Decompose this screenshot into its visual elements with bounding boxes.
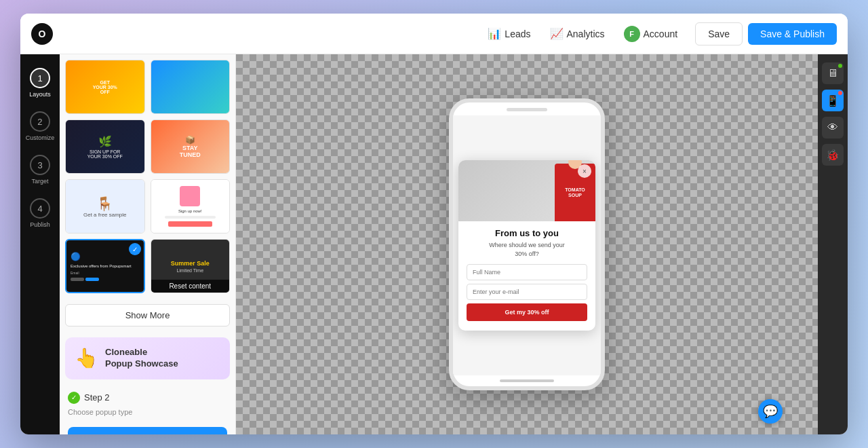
desktop-icon: 🖥 (827, 67, 838, 79)
phone-speaker (507, 108, 547, 111)
chat-bubble[interactable]: 💬 (758, 399, 783, 424)
cloneable-text: CloneablePopup Showcase (105, 347, 178, 370)
step-1-layouts[interactable]: 1 Layouts (29, 68, 51, 98)
nav-analytics[interactable]: 📈 Analytics (543, 23, 612, 44)
analytics-icon: 📈 (550, 27, 564, 40)
account-label: Account (644, 29, 678, 39)
step-2-circle: 2 (30, 111, 50, 132)
next-to-customize-button[interactable]: Next to Customize (68, 427, 227, 434)
popup-image: TOMATO SOUP (458, 160, 595, 221)
step-3-label: Target (31, 178, 48, 185)
template-card-chair[interactable]: 🪑 Get a free sample (65, 179, 145, 234)
step-2-customize[interactable]: 2 Customize (26, 111, 55, 141)
step-2-label: Customize (26, 134, 55, 141)
popup-card: × TOMATO SOUP (458, 160, 595, 330)
save-publish-button[interactable]: Save & Publish (748, 23, 837, 45)
main-content: 1 Layouts 2 Customize 3 Target 4 Publish (20, 54, 848, 434)
phone-mockup: × TOMATO SOUP (449, 98, 605, 390)
templates-panel: GETYOUR 30%OFF 🌿 SIGN UP FORYOUR 30% OFF (60, 54, 236, 434)
template-card-2[interactable] (151, 60, 231, 114)
template-card-summer[interactable]: Summer Sale Limited Time Reset content (151, 239, 231, 293)
popup-container: × TOMATO SOUP (453, 115, 601, 375)
step-3-circle: 3 (30, 155, 50, 175)
tomato-text: TOMATO SOUP (565, 187, 585, 199)
steps-sidebar: 1 Layouts 2 Customize 3 Target 4 Publish (20, 54, 60, 434)
app-window: O 📊 Leads 📈 Analytics F Account Save Sav… (20, 14, 848, 434)
step-check-icon: ✓ (68, 392, 80, 404)
step-subtitle: Choose popup type (60, 407, 235, 423)
selected-check: ✓ (129, 243, 141, 255)
template-card-exclusive[interactable]: 🔵 Exclusive offers from Popupsmart Email… (65, 239, 145, 293)
template-card-stay[interactable]: 📦 STAYTUNED (151, 119, 231, 174)
leads-label: Leads (505, 29, 530, 39)
nav-leads[interactable]: 📊 Leads (481, 23, 537, 44)
desktop-view-button[interactable]: 🖥 (822, 62, 844, 84)
preview-button[interactable]: 👁 (822, 117, 844, 138)
step-1-circle: 1 (30, 68, 50, 88)
save-button[interactable]: Save (695, 22, 743, 45)
step-3-target[interactable]: 3 Target (30, 155, 50, 185)
reset-overlay[interactable]: Reset content (151, 280, 230, 293)
popup-title: From us to you (467, 228, 587, 238)
nav-account[interactable]: F Account (617, 22, 685, 46)
step-4-circle: 4 (30, 198, 50, 219)
leads-icon: 📊 (488, 27, 501, 40)
cloneable-emoji: 👆 (75, 347, 98, 369)
popup-subtitle: Where should we send your 30% off? (467, 241, 587, 258)
mobile-active-indicator (838, 91, 842, 95)
template-card-signup[interactable]: Sign up now! (151, 179, 231, 234)
template-card-1[interactable]: GETYOUR 30%OFF (65, 60, 145, 114)
mobile-icon: 📱 (826, 94, 840, 107)
mobile-view-button[interactable]: 📱 (822, 90, 844, 111)
right-toolbar: 🖥 📱 👁 🐞 (818, 54, 848, 434)
analytics-label: Analytics (567, 29, 605, 39)
show-more-button[interactable]: Show More (65, 304, 230, 326)
preview-icon: 👁 (827, 122, 838, 134)
canvas-area: × TOMATO SOUP (236, 54, 818, 434)
phone-home-bar (500, 379, 554, 382)
debug-button[interactable]: 🐞 (822, 144, 844, 166)
header: O 📊 Leads 📈 Analytics F Account Save Sav… (20, 14, 848, 54)
debug-icon: 🐞 (826, 149, 840, 162)
popup-email-input[interactable] (467, 284, 587, 300)
desktop-active-indicator (838, 64, 842, 68)
popup-body: From us to you Where should we send your… (458, 221, 595, 330)
step-4-label: Publish (30, 221, 50, 228)
account-avatar: F (624, 26, 640, 42)
templates-grid: GETYOUR 30%OFF 🌿 SIGN UP FORYOUR 30% OFF (60, 54, 235, 299)
logo[interactable]: O (31, 23, 53, 45)
step-1-label: Layouts (29, 91, 51, 98)
step-4-publish[interactable]: 4 Publish (30, 198, 50, 228)
phone-screen: × TOMATO SOUP (453, 115, 601, 375)
popup-cta-button[interactable]: Get my 30% off (467, 303, 587, 321)
template-card-plants[interactable]: 🌿 SIGN UP FORYOUR 30% OFF (65, 119, 145, 174)
cloneable-banner[interactable]: 👆 CloneablePopup Showcase (65, 337, 230, 379)
header-nav: 📊 Leads 📈 Analytics F Account (481, 22, 684, 46)
popup-fullname-input[interactable] (467, 264, 587, 280)
step-number: Step 2 (84, 392, 110, 403)
chat-icon: 💬 (763, 404, 778, 419)
step-indicator: ✓ Step 2 (60, 385, 235, 407)
